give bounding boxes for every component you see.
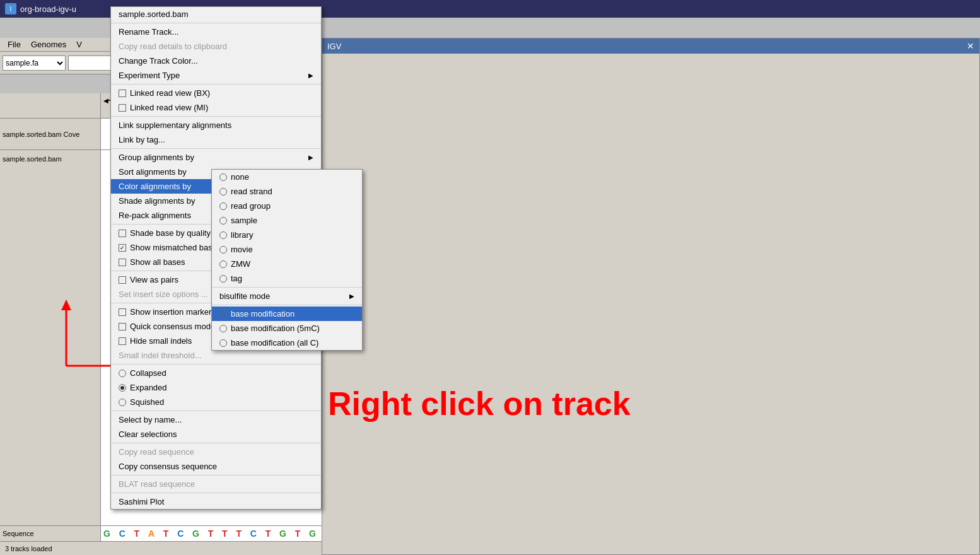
ctx-linked-read-mi[interactable]: Linked read view (MI) [111, 100, 321, 115]
sub-none[interactable]: none [212, 170, 362, 184]
shade-align-label: Shade alignments by [119, 196, 195, 206]
igv-dialog: IGV ✕ [322, 38, 980, 555]
seq-base-C3: C [250, 529, 258, 539]
ctx-clear-selections[interactable]: Clear selections [111, 427, 321, 441]
sub-read-group-label: read group [231, 201, 271, 211]
linked-bx-checkbox [119, 90, 126, 97]
copy-read-seq-label: Copy read sequence [119, 447, 194, 457]
linked-mi-label: Linked read view (MI) [130, 103, 208, 112]
sub-read-group[interactable]: read group [212, 199, 362, 213]
color-submenu: none read strand read group sample libra… [211, 169, 363, 351]
annotation-text: Right click on track [328, 385, 631, 423]
quick-consensus-label: Quick consensus mode [130, 322, 215, 331]
view-pairs-label: View as pairs [130, 275, 178, 284]
ctx-sep-9 [111, 443, 321, 443]
small-indel-label: Small indel threshold... [119, 351, 202, 360]
sub-read-strand-label: read strand [231, 187, 272, 196]
sub-base-mod[interactable]: base modification [212, 307, 362, 321]
ctx-linked-read-bx[interactable]: Linked read view (BX) [111, 86, 321, 100]
sub-base-mod-5mc[interactable]: base modification (5mC) [212, 321, 362, 336]
sub-base-mod-5mc-radio [219, 325, 227, 332]
seq-base-C2: C [177, 529, 185, 539]
ruler-label-area [0, 93, 101, 118]
sub-read-group-radio [219, 202, 227, 210]
sub-base-mod-allc-radio [219, 339, 227, 347]
seq-base-G2: G [192, 529, 201, 539]
ctx-sashimi-plot[interactable]: Sashimi Plot [111, 494, 321, 509]
sub-zmw[interactable]: ZMW [212, 257, 362, 271]
ctx-link-by-tag[interactable]: Link by tag... [111, 132, 321, 147]
group-align-label: Group alignments by [119, 153, 194, 162]
sub-bisulfite-label: bisulfite mode [219, 291, 270, 301]
sub-movie-radio [219, 246, 227, 254]
ctx-experiment-type-label: Experiment Type [119, 71, 180, 80]
sub-read-strand[interactable]: read strand [212, 184, 362, 199]
ctx-link-supplementary[interactable]: Link supplementary alignments [111, 118, 321, 132]
link-supp-label: Link supplementary alignments [119, 120, 231, 130]
clear-selections-label: Clear selections [119, 429, 177, 439]
collapsed-label: Collapsed [130, 368, 166, 378]
ctx-experiment-type[interactable]: Experiment Type ▶ [111, 68, 321, 83]
sub-sample[interactable]: sample [212, 213, 362, 228]
sashimi-plot-label: Sashimi Plot [119, 497, 164, 506]
expanded-label: Expanded [130, 383, 167, 392]
copy-consensus-label: Copy consensus sequence [119, 462, 217, 471]
sub-zmw-label: ZMW [231, 259, 250, 269]
shade-base-checkbox [119, 230, 126, 237]
seq-base-C1: C [119, 529, 127, 539]
seq-base-T3: T [208, 529, 215, 539]
ctx-sep-7 [111, 364, 321, 365]
sub-base-mod-radio [219, 310, 227, 318]
repack-align-label: Re-pack alignments [119, 211, 191, 220]
ctx-expanded[interactable]: Expanded [111, 380, 321, 395]
igv-close-button[interactable]: ✕ [967, 41, 974, 51]
show-insertion-checkbox [119, 308, 126, 316]
ctx-squished[interactable]: Squished [111, 395, 321, 409]
seq-base-T5: T [236, 529, 243, 539]
seq-base-G3: G [279, 529, 288, 539]
sub-base-mod-label: base modification [231, 309, 295, 318]
ctx-copy-read-details-label: Copy read details to clipboard [119, 42, 227, 51]
ctx-change-color-label: Change Track Color... [119, 56, 198, 66]
ruler-left-arrow: ◀ [103, 97, 108, 104]
ctx-group-alignments[interactable]: Group alignments by ▶ [111, 150, 321, 165]
sub-tag-label: tag [231, 274, 242, 283]
sub-library[interactable]: library [212, 228, 362, 242]
seq-base-T7: T [295, 529, 302, 539]
sub-bisulfite[interactable]: bisulfite mode ▶ [212, 289, 362, 303]
menu-file[interactable]: File [3, 38, 26, 50]
seq-base-T1: T [134, 529, 141, 539]
menu-genomes[interactable]: Genomes [26, 38, 71, 50]
sub-sep-2 [212, 305, 362, 305]
ctx-change-track-color[interactable]: Change Track Color... [111, 54, 321, 68]
sub-read-strand-radio [219, 188, 227, 196]
link-by-tag-label: Link by tag... [119, 135, 165, 144]
genome-select[interactable]: sample.fa [3, 56, 66, 71]
shade-base-label: Shade base by quality [130, 228, 211, 238]
menu-view[interactable]: V [71, 38, 87, 50]
sub-tag-radio [219, 275, 227, 283]
expanded-radio [119, 384, 126, 392]
ctx-collapsed[interactable]: Collapsed [111, 366, 321, 380]
bisulfite-arrow: ▶ [349, 293, 354, 300]
ctx-sep-3 [111, 148, 321, 149]
blat-read-label: BLAT read sequence [119, 479, 195, 489]
sub-base-mod-5mc-label: base modification (5mC) [231, 324, 320, 333]
title-bar-text: org-broad-igv-u [20, 4, 76, 14]
show-insertion-label: Show insertion markers [130, 307, 216, 317]
show-mismatched-checkbox [119, 244, 126, 252]
sub-base-mod-allc[interactable]: base modification (all C) [212, 336, 362, 350]
ctx-track-name-label: sample.sorted.bam [119, 9, 189, 19]
ctx-copy-consensus-seq[interactable]: Copy consensus sequence [111, 459, 321, 474]
ctx-select-by-name[interactable]: Select by name... [111, 412, 321, 427]
squished-radio [119, 399, 126, 406]
sort-align-label: Sort alignments by [119, 167, 187, 177]
ctx-sep-0 [111, 23, 321, 23]
sub-tag[interactable]: tag [212, 271, 362, 286]
show-mismatched-label: Show mismatched bases [130, 243, 221, 252]
ctx-rename-track[interactable]: Rename Track... [111, 25, 321, 39]
hide-indels-checkbox [119, 337, 126, 345]
seq-base-A1: A [148, 529, 156, 539]
sub-movie[interactable]: movie [212, 242, 362, 257]
app-icon: I [5, 3, 16, 15]
